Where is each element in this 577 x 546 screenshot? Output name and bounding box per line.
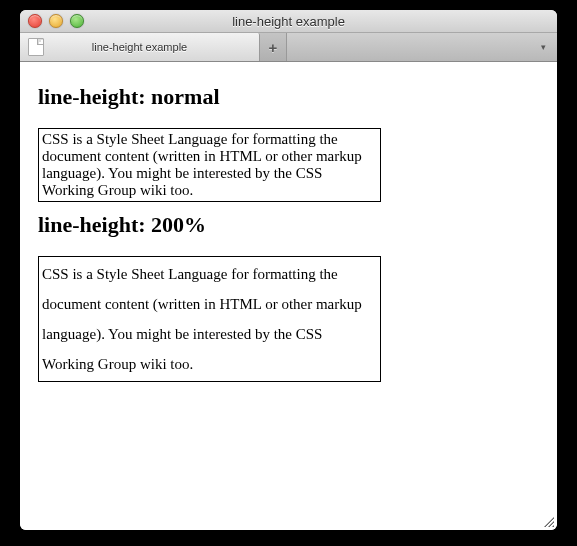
window-title: line-height example <box>20 14 557 29</box>
example-text-normal: CSS is a Style Sheet Language for format… <box>42 131 362 198</box>
titlebar: line-height example <box>20 10 557 33</box>
example-box-200: CSS is a Style Sheet Language for format… <box>38 256 381 382</box>
tab-bar: line-height example + ▾ <box>20 33 557 62</box>
resize-handle-icon[interactable] <box>541 514 555 528</box>
svg-line-3 <box>545 518 554 527</box>
browser-window: line-height example line-height example … <box>20 10 557 530</box>
svg-line-2 <box>552 525 554 527</box>
example-text-200: CSS is a Style Sheet Language for format… <box>42 266 362 372</box>
minimize-icon[interactable] <box>49 14 63 28</box>
page-icon <box>28 38 44 56</box>
new-tab-button[interactable]: + <box>260 33 287 61</box>
svg-line-4 <box>549 522 554 527</box>
svg-line-1 <box>548 521 554 527</box>
svg-line-5 <box>553 526 554 527</box>
tab-overflow-button[interactable]: ▾ <box>533 33 553 61</box>
close-icon[interactable] <box>28 14 42 28</box>
heading-200: line-height: 200% <box>38 212 539 238</box>
tab-label: line-height example <box>50 41 229 53</box>
tab-active[interactable]: line-height example <box>20 33 260 61</box>
page-content: line-height: normal CSS is a Style Sheet… <box>20 62 557 530</box>
zoom-icon[interactable] <box>70 14 84 28</box>
heading-normal: line-height: normal <box>38 84 539 110</box>
svg-line-0 <box>544 517 554 527</box>
example-box-normal: CSS is a Style Sheet Language for format… <box>38 128 381 202</box>
chevron-down-icon: ▾ <box>541 42 546 52</box>
plus-icon: + <box>269 39 278 56</box>
window-controls <box>28 14 84 28</box>
